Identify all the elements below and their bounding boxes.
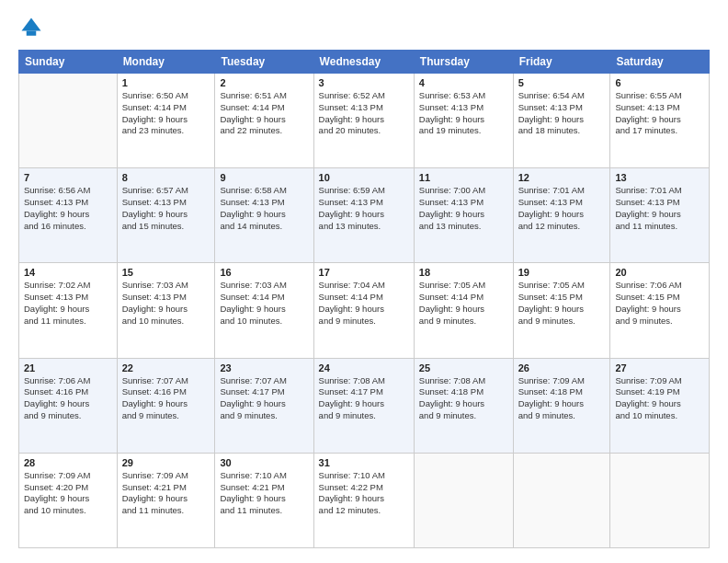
day-header-wednesday: Wednesday: [313, 51, 414, 74]
calendar-cell: 7Sunrise: 6:56 AM Sunset: 4:13 PM Daylig…: [19, 168, 118, 263]
day-info: Sunrise: 7:01 AM Sunset: 4:13 PM Dayligh…: [518, 185, 606, 232]
day-header-friday: Friday: [513, 51, 610, 74]
day-info: Sunrise: 7:05 AM Sunset: 4:14 PM Dayligh…: [419, 280, 508, 327]
day-number: 8: [122, 172, 210, 183]
calendar-cell: 1Sunrise: 6:50 AM Sunset: 4:14 PM Daylig…: [117, 74, 215, 168]
svg-rect-1: [27, 31, 37, 36]
calendar-cell: [610, 453, 710, 547]
calendar-cell: 20Sunrise: 7:06 AM Sunset: 4:15 PM Dayli…: [610, 263, 710, 358]
day-info: Sunrise: 7:09 AM Sunset: 4:20 PM Dayligh…: [24, 470, 112, 517]
day-number: 28: [24, 457, 112, 468]
calendar-cell: 22Sunrise: 7:07 AM Sunset: 4:16 PM Dayli…: [117, 358, 215, 453]
day-info: Sunrise: 6:57 AM Sunset: 4:13 PM Dayligh…: [122, 185, 210, 232]
calendar-cell: 4Sunrise: 6:53 AM Sunset: 4:13 PM Daylig…: [414, 74, 513, 168]
calendar-cell: 28Sunrise: 7:09 AM Sunset: 4:20 PM Dayli…: [19, 453, 118, 547]
calendar-cell: 11Sunrise: 7:00 AM Sunset: 4:13 PM Dayli…: [414, 168, 513, 263]
day-number: 5: [518, 77, 606, 88]
header: [18, 15, 710, 40]
page: SundayMondayTuesdayWednesdayThursdayFrid…: [0, 0, 728, 563]
day-number: 14: [24, 267, 112, 278]
day-number: 29: [122, 457, 210, 468]
logo: [18, 15, 48, 40]
day-info: Sunrise: 6:55 AM Sunset: 4:13 PM Dayligh…: [615, 90, 704, 137]
day-number: 12: [518, 172, 606, 183]
calendar-cell: 21Sunrise: 7:06 AM Sunset: 4:16 PM Dayli…: [19, 358, 118, 453]
calendar-cell: 13Sunrise: 7:01 AM Sunset: 4:13 PM Dayli…: [610, 168, 710, 263]
day-number: 13: [615, 172, 704, 183]
day-info: Sunrise: 7:00 AM Sunset: 4:13 PM Dayligh…: [419, 185, 508, 232]
day-info: Sunrise: 7:08 AM Sunset: 4:17 PM Dayligh…: [319, 375, 409, 422]
day-number: 22: [122, 362, 210, 373]
day-info: Sunrise: 7:01 AM Sunset: 4:13 PM Dayligh…: [615, 185, 704, 232]
calendar-cell: [414, 453, 513, 547]
day-number: 2: [220, 77, 308, 88]
svg-marker-0: [22, 18, 41, 31]
day-info: Sunrise: 7:07 AM Sunset: 4:16 PM Dayligh…: [122, 375, 210, 422]
day-info: Sunrise: 7:08 AM Sunset: 4:18 PM Dayligh…: [419, 375, 508, 422]
calendar-cell: [513, 453, 610, 547]
calendar-cell: [19, 74, 118, 168]
day-number: 17: [319, 267, 409, 278]
calendar-cell: 2Sunrise: 6:51 AM Sunset: 4:14 PM Daylig…: [215, 74, 313, 168]
day-info: Sunrise: 7:04 AM Sunset: 4:14 PM Dayligh…: [319, 280, 409, 327]
day-number: 6: [615, 77, 704, 88]
calendar-cell: 24Sunrise: 7:08 AM Sunset: 4:17 PM Dayli…: [313, 358, 414, 453]
day-header-tuesday: Tuesday: [215, 51, 313, 74]
day-info: Sunrise: 7:10 AM Sunset: 4:22 PM Dayligh…: [319, 470, 409, 517]
day-number: 18: [419, 267, 508, 278]
calendar-week-4: 21Sunrise: 7:06 AM Sunset: 4:16 PM Dayli…: [19, 358, 710, 453]
day-number: 24: [319, 362, 409, 373]
calendar-week-5: 28Sunrise: 7:09 AM Sunset: 4:20 PM Dayli…: [19, 453, 710, 547]
day-number: 23: [220, 362, 308, 373]
day-info: Sunrise: 7:05 AM Sunset: 4:15 PM Dayligh…: [518, 280, 606, 327]
calendar-cell: 18Sunrise: 7:05 AM Sunset: 4:14 PM Dayli…: [414, 263, 513, 358]
day-number: 4: [419, 77, 508, 88]
calendar-cell: 30Sunrise: 7:10 AM Sunset: 4:21 PM Dayli…: [215, 453, 313, 547]
day-number: 20: [615, 267, 704, 278]
day-info: Sunrise: 7:06 AM Sunset: 4:15 PM Dayligh…: [615, 280, 704, 327]
day-info: Sunrise: 7:03 AM Sunset: 4:14 PM Dayligh…: [220, 280, 308, 327]
calendar-cell: 9Sunrise: 6:58 AM Sunset: 4:13 PM Daylig…: [215, 168, 313, 263]
day-info: Sunrise: 6:58 AM Sunset: 4:13 PM Dayligh…: [220, 185, 308, 232]
day-number: 25: [419, 362, 508, 373]
calendar-cell: 17Sunrise: 7:04 AM Sunset: 4:14 PM Dayli…: [313, 263, 414, 358]
day-number: 3: [319, 77, 409, 88]
calendar-cell: 25Sunrise: 7:08 AM Sunset: 4:18 PM Dayli…: [414, 358, 513, 453]
day-number: 15: [122, 267, 210, 278]
day-info: Sunrise: 7:02 AM Sunset: 4:13 PM Dayligh…: [24, 280, 112, 327]
day-number: 9: [220, 172, 308, 183]
day-number: 16: [220, 267, 308, 278]
day-header-saturday: Saturday: [610, 51, 710, 74]
day-info: Sunrise: 6:56 AM Sunset: 4:13 PM Dayligh…: [24, 185, 112, 232]
day-number: 31: [319, 457, 409, 468]
calendar-cell: 23Sunrise: 7:07 AM Sunset: 4:17 PM Dayli…: [215, 358, 313, 453]
day-number: 7: [24, 172, 112, 183]
calendar-week-2: 7Sunrise: 6:56 AM Sunset: 4:13 PM Daylig…: [19, 168, 710, 263]
day-info: Sunrise: 6:52 AM Sunset: 4:13 PM Dayligh…: [319, 90, 409, 137]
day-info: Sunrise: 7:09 AM Sunset: 4:19 PM Dayligh…: [615, 375, 704, 422]
calendar-cell: 27Sunrise: 7:09 AM Sunset: 4:19 PM Dayli…: [610, 358, 710, 453]
calendar-cell: 26Sunrise: 7:09 AM Sunset: 4:18 PM Dayli…: [513, 358, 610, 453]
day-header-thursday: Thursday: [414, 51, 513, 74]
calendar-cell: 3Sunrise: 6:52 AM Sunset: 4:13 PM Daylig…: [313, 74, 414, 168]
calendar-week-1: 1Sunrise: 6:50 AM Sunset: 4:14 PM Daylig…: [19, 74, 710, 168]
logo-icon: [18, 15, 44, 40]
calendar-cell: 31Sunrise: 7:10 AM Sunset: 4:22 PM Dayli…: [313, 453, 414, 547]
day-info: Sunrise: 7:09 AM Sunset: 4:21 PM Dayligh…: [122, 470, 210, 517]
day-info: Sunrise: 6:53 AM Sunset: 4:13 PM Dayligh…: [419, 90, 508, 137]
calendar-cell: 29Sunrise: 7:09 AM Sunset: 4:21 PM Dayli…: [117, 453, 215, 547]
calendar-cell: 6Sunrise: 6:55 AM Sunset: 4:13 PM Daylig…: [610, 74, 710, 168]
day-info: Sunrise: 7:07 AM Sunset: 4:17 PM Dayligh…: [220, 375, 308, 422]
day-info: Sunrise: 7:03 AM Sunset: 4:13 PM Dayligh…: [122, 280, 210, 327]
calendar-cell: 5Sunrise: 6:54 AM Sunset: 4:13 PM Daylig…: [513, 74, 610, 168]
day-number: 1: [122, 77, 210, 88]
calendar-cell: 14Sunrise: 7:02 AM Sunset: 4:13 PM Dayli…: [19, 263, 118, 358]
calendar-cell: 8Sunrise: 6:57 AM Sunset: 4:13 PM Daylig…: [117, 168, 215, 263]
day-info: Sunrise: 6:54 AM Sunset: 4:13 PM Dayligh…: [518, 90, 606, 137]
day-number: 21: [24, 362, 112, 373]
day-header-monday: Monday: [117, 51, 215, 74]
day-number: 27: [615, 362, 704, 373]
day-header-sunday: Sunday: [19, 51, 118, 74]
calendar-cell: 15Sunrise: 7:03 AM Sunset: 4:13 PM Dayli…: [117, 263, 215, 358]
day-number: 30: [220, 457, 308, 468]
